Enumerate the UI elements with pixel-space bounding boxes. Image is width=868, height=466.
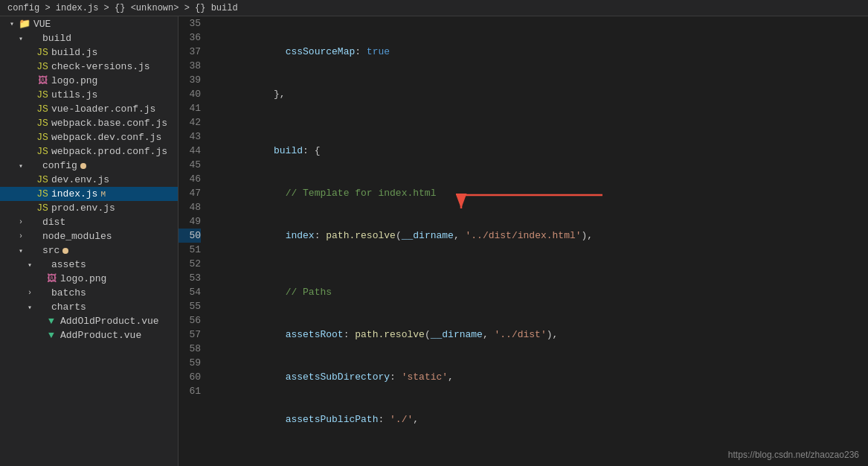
sidebar-label-batchs: batchs	[51, 287, 86, 299]
code-area: 35 36 37 38 39 40 41 42 43 44 45 46 47 4…	[179, 16, 868, 466]
sidebar-item-charts-folder[interactable]: ▾ charts	[0, 300, 178, 314]
sidebar-item-index-js[interactable]: JS index.js M	[0, 187, 178, 201]
breadcrumb-bar: config > index.js > {} <unknown> > {} bu…	[0, 0, 868, 16]
chevron-right-icon: ›	[15, 232, 27, 240]
chevron-right-icon: ›	[15, 218, 27, 226]
vue-icon: ▼	[45, 316, 58, 327]
code-content: cssSourceMap: true }, build: { // Templa…	[210, 16, 868, 466]
code-line-40: // Template for index.html	[216, 172, 868, 214]
sidebar-label-vue-loader: vue-loader.conf.js	[51, 103, 155, 115]
code-line-38	[216, 115, 868, 130]
breadcrumb-text: config > index.js > {} <unknown> > {} bu…	[7, 3, 238, 13]
sidebar-label-build: build	[42, 33, 71, 44]
sidebar-item-build-folder[interactable]: ▾ build	[0, 31, 178, 45]
sidebar-label-webpack-prod: webpack.prod.conf.js	[51, 146, 167, 157]
sidebar-item-vue-loader[interactable]: JS vue-loader.conf.js	[0, 102, 178, 116]
code-line-42	[216, 257, 868, 271]
sidebar-label-assets: assets	[51, 259, 86, 270]
sidebar-item-webpack-dev[interactable]: JS webpack.dev.conf.js	[0, 130, 178, 144]
sidebar-item-add-product-vue[interactable]: ▼ AddProduct.vue	[0, 328, 178, 342]
js-icon: JS	[36, 103, 49, 115]
sidebar-label-add-old-product: AddOldProduct.vue	[60, 316, 159, 327]
sidebar-item-logo-png-build[interactable]: 🖼 logo.png	[0, 74, 178, 88]
code-line-45: assetsSubDirectory: 'static',	[216, 356, 868, 398]
watermark: https://blog.csdn.net/zhaozao236	[728, 450, 859, 460]
sidebar-label-src: src	[42, 245, 60, 256]
sidebar-label-vue: VUE	[33, 19, 51, 30]
sidebar-item-node-modules[interactable]: › node_modules	[0, 229, 178, 243]
chevron-down-icon: ▾	[24, 261, 36, 269]
chevron-down-icon: ▾	[6, 19, 18, 28]
sidebar-item-webpack-prod[interactable]: JS webpack.prod.conf.js	[0, 144, 178, 159]
code-line-36: cssSourceMap: true	[216, 31, 868, 73]
sidebar-label-webpack-base: webpack.base.conf.js	[51, 118, 167, 129]
sidebar-label-prod-env: prod.env.js	[51, 202, 115, 214]
sidebar-label-logo-png-build: logo.png	[51, 75, 97, 86]
js-icon: JS	[36, 132, 49, 143]
modified-dot	[80, 163, 86, 169]
sidebar-label-config: config	[42, 160, 77, 171]
sidebar-item-build-js[interactable]: JS build.js	[0, 45, 178, 60]
js-icon: JS	[36, 89, 49, 100]
sidebar-label-check-versions: check-versions.js	[51, 61, 150, 72]
sidebar-item-logo-png-src[interactable]: 🖼 logo.png	[0, 272, 178, 286]
sidebar-label-dev-env: dev.env.js	[51, 174, 109, 185]
sidebar-label-build-js: build.js	[51, 47, 97, 58]
modified-badge: M	[100, 190, 106, 199]
sidebar-item-src-folder[interactable]: ▾ src	[0, 243, 178, 258]
sidebar-label-webpack-dev: webpack.dev.conf.js	[51, 132, 161, 143]
js-icon: JS	[36, 146, 49, 157]
sidebar-item-check-versions[interactable]: JS check-versions.js	[0, 60, 178, 74]
sidebar-label-logo-png-src: logo.png	[60, 273, 106, 284]
sidebar-label-utils-js: utils.js	[51, 89, 97, 100]
code-line-43: // Paths	[216, 271, 868, 313]
sidebar-item-assets-folder[interactable]: ▾ assets	[0, 258, 178, 272]
sidebar-label-index-js: index.js	[51, 188, 97, 200]
sidebar-label-node-modules: node_modules	[42, 231, 112, 242]
code-editor: 35 36 37 38 39 40 41 42 43 44 45 46 47 4…	[179, 16, 868, 466]
sidebar-item-utils-js[interactable]: JS utils.js	[0, 88, 178, 102]
sidebar-label-dist: dist	[42, 217, 65, 228]
js-icon: JS	[36, 188, 49, 200]
sidebar-item-prod-env[interactable]: JS prod.env.js	[0, 201, 178, 215]
js-icon: JS	[36, 47, 49, 58]
line-numbers: 35 36 37 38 39 40 41 42 43 44 45 46 47 4…	[179, 16, 210, 466]
code-line-41: index: path.resolve(__dirname, '../dist/…	[216, 214, 868, 257]
sidebar-item-dev-env[interactable]: JS dev.env.js	[0, 173, 178, 187]
js-icon: JS	[36, 202, 49, 214]
code-line-39: build: {	[216, 130, 868, 172]
code-line-46: assetsPublicPath: './',	[216, 398, 868, 441]
chevron-down-icon: ▾	[15, 34, 27, 43]
sidebar-label-charts: charts	[51, 301, 86, 313]
chevron-down-icon: ▾	[15, 162, 27, 170]
code-line-35	[216, 16, 868, 31]
sidebar-item-config-folder[interactable]: ▾ config	[0, 159, 178, 173]
sidebar-item-webpack-base[interactable]: JS webpack.base.conf.js	[0, 116, 178, 130]
png-icon: 🖼	[45, 273, 58, 284]
folder-icon: 📁	[18, 18, 31, 30]
code-line-44: assetsRoot: path.resolve(__dirname, '../…	[216, 313, 868, 356]
sidebar-item-batchs-folder[interactable]: › batchs	[0, 286, 178, 300]
sidebar-item-dist-folder[interactable]: › dist	[0, 215, 178, 229]
chevron-down-icon: ▾	[15, 246, 27, 255]
png-icon: 🖼	[36, 75, 49, 86]
js-icon: JS	[36, 61, 49, 72]
chevron-down-icon: ▾	[24, 303, 36, 312]
chevron-right-icon: ›	[24, 289, 36, 297]
code-line-37: },	[216, 73, 868, 115]
sidebar-label-add-product: AddProduct.vue	[60, 330, 141, 341]
vue-icon: ▼	[45, 330, 58, 341]
sidebar: ▾ 📁 VUE ▾ build JS build.js JS check-ver…	[0, 16, 179, 466]
js-icon: JS	[36, 174, 49, 185]
sidebar-item-vue[interactable]: ▾ 📁 VUE	[0, 16, 178, 31]
sidebar-item-add-old-product-vue[interactable]: ▼ AddOldProduct.vue	[0, 314, 178, 328]
js-icon: JS	[36, 118, 49, 129]
modified-dot	[62, 248, 68, 254]
